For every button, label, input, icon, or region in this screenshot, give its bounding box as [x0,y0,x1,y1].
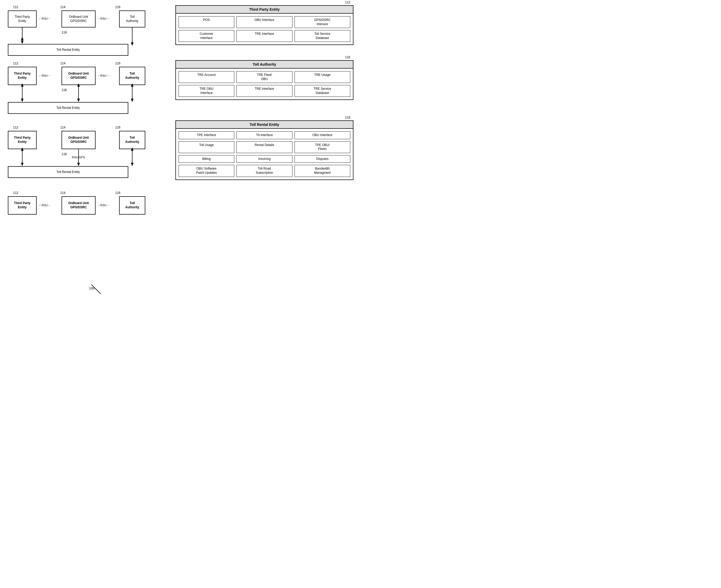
tpe-node-d1: Third PartyEntity [8,10,37,27]
svg-marker-14 [131,99,133,102]
rsu-label-4b: ←RSU→ [97,204,109,207]
tpe-panel: 112 Third Party Entity POS OBU Interface… [176,5,353,45]
cell-invoicing: Invoicing [236,155,292,163]
diagram-1: 112 114 116 Third PartyEntity OnBoard Un… [5,5,162,54]
ref-112-d3: 112 [13,126,18,129]
cell-tre-fleet-obu: TRE Fleet/OBU [236,71,292,83]
ref-118-d2: 118 [62,88,67,92]
svg-marker-3 [21,37,24,40]
rsu-label-4a: ←RSU→ [39,204,50,207]
cell-tre-interface: TRE Interface [236,30,292,42]
diagram-2: 112 114 116 Third PartyEntity OnBoard Un… [5,62,162,117]
cell-rental-details: Rental Details [236,141,292,153]
tre-node-d1: Toll Rental Entity [8,44,128,56]
ref-112-d4: 112 [13,191,18,195]
ta-node-d2: TollAuthority [119,67,145,85]
ref-116-d2: 116 [115,62,120,65]
ta-panel-title: Toll Authority [176,61,353,68]
cell-disputes: Disputes [294,155,350,163]
ref-112-d2: 112 [13,62,18,65]
cell-tre-service-db: TRE ServiceDatabase [294,85,350,97]
cell-tpe-interface: TPE Interface [179,131,234,139]
ta-ref: 116 [345,56,350,59]
cell-pos: POS [179,16,234,28]
tre-ref: 118 [345,115,350,119]
ref-114-d2: 114 [60,62,65,65]
cell-toll-service-db: Toll ServiceDatabase [294,30,350,42]
cell-billing: Billing [179,155,234,163]
rsu-label-1b: ←RSU→ [97,17,109,20]
svg-marker-5 [131,42,133,46]
cell-bandwidth: BandwidthManagment [294,165,350,176]
tre-panel: 118 Toll Rental Entity TPE Interface TA … [176,120,353,180]
tpe-node-d3: Third PartyEntity [8,131,37,149]
obu-node-d3: OnBoard UnitGPS/DSRC [62,131,96,149]
ref-114-d4: 114 [60,191,65,195]
ref-116-d3: 116 [115,126,120,129]
tpe-ref: 112 [345,1,350,4]
cell-obu-software: OBU SoftwarePatch Updates [179,165,234,176]
ref-114-d1: 114 [60,5,65,9]
cell-obu-interface: OBU Interface [236,16,292,28]
tpe-node-d2: Third PartyEntity [8,67,37,85]
cell-tre-obu-interface: TRE OBUInterface [179,85,234,97]
ta-node-d3: TollAuthority [119,131,145,149]
obu-node-d1: OnBoard UnitGPS/DSRC [62,10,96,27]
rsu-label-2a: ←RSU→ [39,74,50,77]
ref-118-d1: 118 [62,30,67,34]
svg-marker-8 [21,99,24,102]
cell-toll-usage: Toll Usage [179,141,234,153]
cell-customer-interface: CustomerInterface [179,30,234,42]
svg-marker-1 [21,41,24,44]
ta-node-d1: TollAuthority [119,10,145,27]
obu-node-d2: OnBoard UnitGPS/DSRC [62,67,96,85]
ref-116-d4: 116 [115,191,120,195]
ta-node-d4: TollAuthority [119,196,145,215]
svg-marker-22 [131,163,133,166]
tpe-node-d4: Third PartyEntity [8,196,37,215]
page: 112 114 116 Third PartyEntity OnBoard Un… [0,0,360,294]
ta-panel: 116 Toll Authority TRE Account TRE Fleet… [176,60,353,100]
ref-116-d1: 116 [115,5,120,9]
tre-panel-title: Toll Rental Entity [176,121,353,129]
cell-gps-dsrc: GPS/DSRCInterace [294,16,350,28]
svg-marker-20 [77,163,80,166]
obu-node-d4: OnBoard UnitGPS/DSRC [62,196,96,215]
cell-tre-usage: TRE Usage [294,71,350,83]
cell-tpe-obu-fleets: TPE OBU/Fleets [294,141,350,153]
diagram-4: 112 114 116 Third PartyEntity OnBoard Un… [5,191,162,223]
cell-ta-tre-interface: TRE Interface [236,85,292,97]
ref-112-d1: 112 [13,5,18,9]
rsu-label-2b: ←RSU→ [97,74,109,77]
cell-ta-interface: TA Interface [236,131,292,139]
cell-obu-interface-tre: OBU Interface [294,131,350,139]
tre-node-d2: Toll Rental Entity [8,102,128,114]
tpe-panel-title: Third Party Entity [176,6,353,14]
ref-114-d3: 114 [60,126,65,129]
svg-marker-17 [21,163,24,166]
tre-node-d3: Toll Rental Entity [8,166,128,178]
rsu-gps-label: RSU/GPS [72,156,85,159]
diagram-3: 112 114 116 Third PartyEntity OnBoard Un… [5,126,162,181]
bottom-ref-area: 100 [89,285,105,290]
cell-tre-account: TRE Account [179,71,234,83]
rsu-label-1a: ←RSU→ [39,17,50,20]
ref-118-d3: 118 [62,152,67,156]
cell-toll-road-sub: Toll RoadSubscription [236,165,292,176]
svg-marker-11 [77,99,80,102]
